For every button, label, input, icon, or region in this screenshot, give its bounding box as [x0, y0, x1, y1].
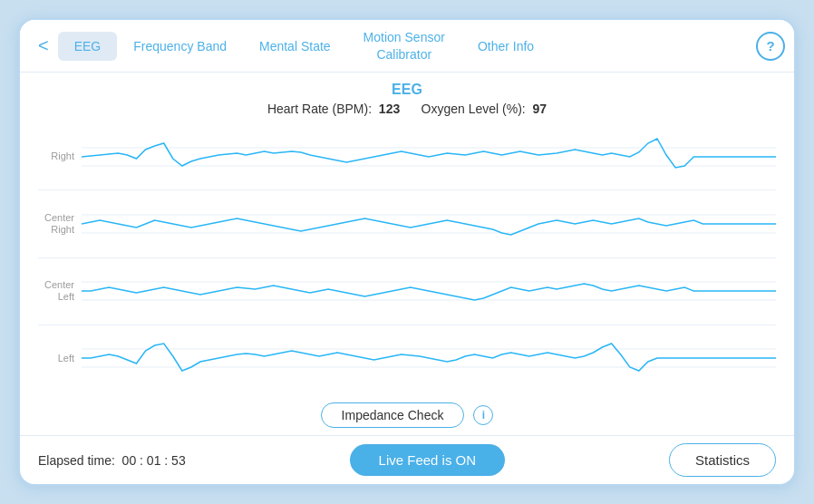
channel-left-label: Left: [38, 353, 82, 364]
oxygen-value: 97: [533, 102, 548, 116]
heart-rate-label: Heart Rate (BPM):: [267, 102, 372, 116]
nav-bar: < EEG Frequency Band Mental State Motion…: [20, 20, 794, 73]
footer: Elapsed time: 00 : 01 : 53 Live Feed is …: [20, 435, 794, 484]
channel-right: Right: [38, 123, 776, 190]
oxygen-label: Oxygen Level (%):: [422, 102, 526, 116]
tab-motion-sensor[interactable]: Motion SensorCalibrator: [347, 22, 461, 69]
tab-frequency-band[interactable]: Frequency Band: [117, 32, 243, 61]
live-feed-button[interactable]: Live Feed is ON: [350, 444, 506, 476]
elapsed-time: Elapsed time: 00 : 01 : 53: [38, 453, 186, 468]
channel-center-left-label: CenterLeft: [38, 279, 82, 303]
info-icon[interactable]: i: [473, 405, 493, 425]
page-title: EEG: [38, 82, 776, 98]
tab-eeg[interactable]: EEG: [58, 32, 118, 61]
vitals-row: Heart Rate (BPM): 123 Oxygen Level (%): …: [38, 102, 776, 116]
channel-left: Left: [38, 325, 776, 392]
channel-center-right: CenterRight: [38, 190, 776, 257]
channel-right-label: Right: [38, 150, 82, 162]
impedance-row: Impedance Check i: [38, 397, 776, 435]
channel-center-right-label: CenterRight: [38, 212, 82, 236]
chart-area: Right CenterRight: [38, 123, 776, 392]
main-card: < EEG Frequency Band Mental State Motion…: [18, 18, 796, 486]
tab-mental-state[interactable]: Mental State: [243, 32, 347, 61]
channel-center-left-chart: [82, 264, 776, 318]
statistics-button[interactable]: Statistics: [669, 443, 776, 477]
channel-right-chart: [82, 130, 776, 184]
channel-left-chart: [82, 331, 776, 385]
tab-other-info[interactable]: Other Info: [461, 32, 550, 61]
main-content: EEG Heart Rate (BPM): 123 Oxygen Level (…: [20, 73, 794, 435]
channel-center-left: CenterLeft: [38, 258, 776, 325]
elapsed-label: Elapsed time:: [38, 453, 115, 468]
heart-rate-value: 123: [379, 102, 400, 116]
help-button[interactable]: ?: [756, 32, 785, 61]
elapsed-value: 00 : 01 : 53: [122, 453, 186, 468]
channel-center-right-chart: [82, 197, 776, 251]
impedance-check-button[interactable]: Impedance Check: [321, 402, 465, 428]
back-button[interactable]: <: [29, 30, 58, 62]
